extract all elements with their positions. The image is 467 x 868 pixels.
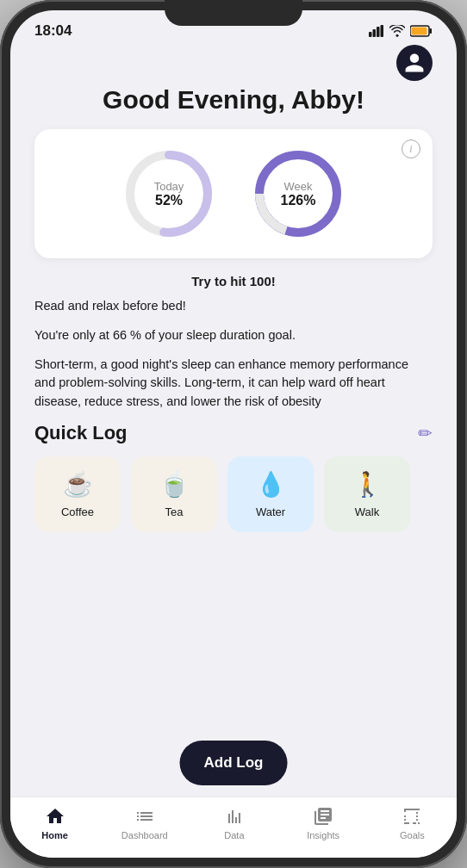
progress-card: i Today 52% <box>34 129 433 258</box>
log-item-walk[interactable]: 🚶 Walk <box>324 456 410 532</box>
home-icon <box>45 806 65 827</box>
week-label: Week 126% <box>281 180 316 208</box>
circles-row: Today 52% We <box>48 146 419 241</box>
nav-label-insights: Insights <box>307 830 339 840</box>
nav-label-dashboard: Dashboard <box>121 830 168 840</box>
nav-label-data: Data <box>224 830 244 840</box>
edit-icon[interactable]: ✏ <box>418 423 433 443</box>
week-ring: Week 126% <box>251 146 346 241</box>
nav-label-home: Home <box>41 830 68 840</box>
nav-item-dashboard[interactable]: Dashboard <box>121 806 168 840</box>
quick-log-items: ☕ Coffee 🍵 Tea 💧 Water 🚶 Walk <box>34 456 433 537</box>
svg-rect-0 <box>369 32 372 37</box>
quick-log-title: Quick Log <box>34 422 128 444</box>
info-icon[interactable]: i <box>402 140 420 158</box>
nav-item-goals[interactable]: Goals <box>389 806 434 840</box>
user-icon <box>403 52 426 74</box>
today-ring: Today 52% <box>121 146 216 241</box>
goals-icon <box>402 806 422 827</box>
walk-icon: 🚶 <box>352 470 383 499</box>
tea-label: Tea <box>165 505 184 518</box>
content-area: Good Evening, Abby! i Today 52% <box>10 43 457 797</box>
add-log-button[interactable]: Add Log <box>180 741 288 785</box>
profile-row <box>34 45 433 81</box>
log-item-water[interactable]: 💧 Water <box>227 456 314 532</box>
tea-icon: 🍵 <box>159 470 190 499</box>
nav-item-data[interactable]: Data <box>212 806 257 840</box>
coffee-icon: ☕ <box>63 470 93 499</box>
today-label: Today 52% <box>154 180 184 208</box>
water-label: Water <box>256 505 285 518</box>
tip2: You're only at 66 % of your sleep durati… <box>34 326 433 345</box>
phone-frame: 18:04 <box>0 0 467 868</box>
svg-rect-6 <box>412 28 427 35</box>
tip1: Read and relax before bed! <box>34 297 433 316</box>
greeting-text: Good Evening, Abby! <box>34 84 433 115</box>
walk-label: Walk <box>355 505 379 518</box>
quick-log-header: Quick Log ✏ <box>34 422 433 444</box>
insights-icon <box>313 806 333 827</box>
water-icon: 💧 <box>256 470 286 499</box>
log-item-coffee[interactable]: ☕ Coffee <box>34 456 121 532</box>
bottom-nav: Home Dashboard Data Insights <box>10 797 457 858</box>
svg-rect-2 <box>377 27 380 37</box>
nav-item-insights[interactable]: Insights <box>301 806 346 840</box>
notch <box>165 0 302 26</box>
nav-item-home[interactable]: Home <box>33 806 78 840</box>
svg-rect-1 <box>373 29 377 37</box>
phone-screen: 18:04 <box>10 10 457 858</box>
svg-rect-5 <box>430 28 433 34</box>
signal-icon <box>369 25 384 37</box>
avatar[interactable] <box>396 45 433 81</box>
data-icon <box>224 806 245 827</box>
status-time: 18:04 <box>34 22 72 40</box>
battery-icon <box>410 25 433 37</box>
log-item-tea[interactable]: 🍵 Tea <box>131 456 217 532</box>
status-icons <box>369 25 433 37</box>
svg-rect-3 <box>381 25 384 37</box>
dashboard-icon <box>134 806 155 827</box>
tip-heading: Try to hit 100! <box>34 274 433 288</box>
tip3: Short-term, a good night's sleep can enh… <box>34 356 433 412</box>
nav-label-goals: Goals <box>400 830 425 840</box>
wifi-icon <box>389 25 405 37</box>
coffee-label: Coffee <box>61 505 94 518</box>
